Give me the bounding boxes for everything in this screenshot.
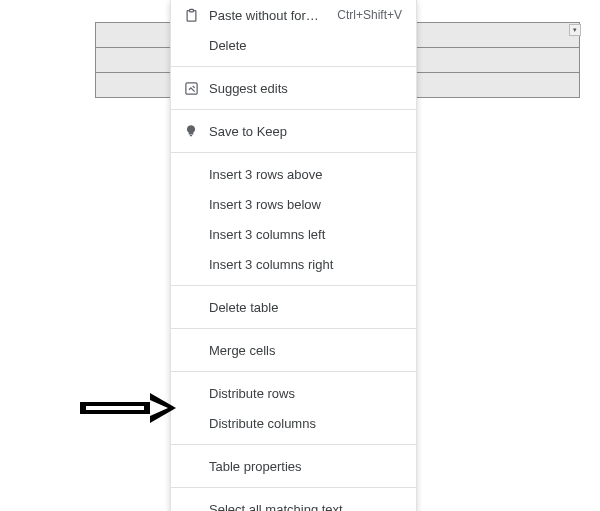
context-menu: Paste without formatting Ctrl+Shift+V De…	[170, 0, 417, 511]
menu-item-table-properties[interactable]: Table properties	[171, 451, 416, 481]
menu-item-suggest-edits[interactable]: Suggest edits	[171, 73, 416, 103]
svg-rect-0	[189, 9, 193, 12]
menu-item-label: Insert 3 columns right	[201, 257, 402, 272]
menu-item-label: Distribute rows	[201, 386, 402, 401]
menu-item-delete[interactable]: Delete	[171, 30, 416, 60]
annotation-arrow-icon	[80, 393, 176, 426]
menu-item-label: Insert 3 columns left	[201, 227, 402, 242]
menu-separator	[171, 328, 416, 329]
menu-separator	[171, 371, 416, 372]
menu-separator	[171, 66, 416, 67]
menu-item-label: Paste without formatting	[201, 8, 327, 23]
menu-item-label: Select all matching text	[201, 502, 402, 512]
menu-item-label: Save to Keep	[201, 124, 402, 139]
svg-marker-4	[150, 400, 168, 416]
menu-item-label: Suggest edits	[201, 81, 402, 96]
menu-item-label: Insert 3 rows below	[201, 197, 402, 212]
menu-separator	[171, 487, 416, 488]
menu-item-insert-rows-above[interactable]: Insert 3 rows above	[171, 159, 416, 189]
menu-item-delete-table[interactable]: Delete table	[171, 292, 416, 322]
menu-item-label: Distribute columns	[201, 416, 402, 431]
menu-item-insert-cols-right[interactable]: Insert 3 columns right	[171, 249, 416, 279]
suggest-edits-icon	[181, 81, 201, 96]
menu-separator	[171, 152, 416, 153]
svg-rect-2	[80, 402, 150, 414]
menu-item-select-matching-text[interactable]: Select all matching text	[171, 494, 416, 511]
paste-icon	[181, 8, 201, 23]
menu-item-distribute-columns[interactable]: Distribute columns	[171, 408, 416, 438]
svg-rect-5	[86, 406, 144, 410]
menu-item-label: Merge cells	[201, 343, 402, 358]
menu-separator	[171, 285, 416, 286]
menu-item-label: Delete table	[201, 300, 402, 315]
menu-item-shortcut: Ctrl+Shift+V	[327, 8, 402, 22]
menu-item-merge-cells[interactable]: Merge cells	[171, 335, 416, 365]
menu-item-label: Delete	[201, 38, 402, 53]
menu-item-insert-cols-left[interactable]: Insert 3 columns left	[171, 219, 416, 249]
menu-item-label: Insert 3 rows above	[201, 167, 402, 182]
table-options-handle[interactable]: ▾	[569, 24, 581, 36]
menu-separator	[171, 444, 416, 445]
keep-icon	[181, 124, 201, 138]
menu-item-insert-rows-below[interactable]: Insert 3 rows below	[171, 189, 416, 219]
menu-item-save-to-keep[interactable]: Save to Keep	[171, 116, 416, 146]
menu-item-paste-without-formatting[interactable]: Paste without formatting Ctrl+Shift+V	[171, 0, 416, 30]
menu-item-label: Table properties	[201, 459, 402, 474]
menu-item-distribute-rows[interactable]: Distribute rows	[171, 378, 416, 408]
menu-separator	[171, 109, 416, 110]
